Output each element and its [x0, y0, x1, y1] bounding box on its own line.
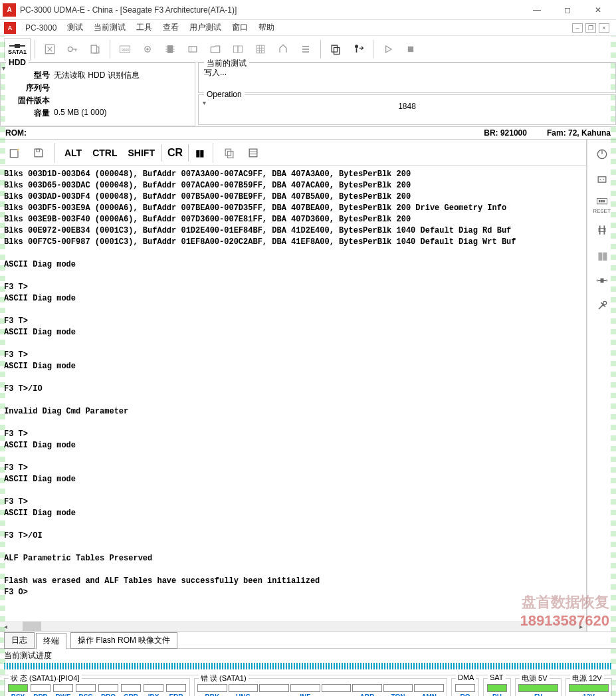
shift-key-button[interactable]: SHIFT [124, 145, 159, 161]
tool-btn-11-icon[interactable] [272, 39, 294, 60]
rtool-tools-icon[interactable] [593, 296, 611, 315]
tool-btn-counter-icon[interactable]: 9600 [114, 39, 136, 60]
rtool-pause-icon[interactable]: ▮▮ [593, 246, 611, 265]
svg-point-3 [68, 47, 72, 51]
rtool-socket-icon[interactable] [593, 271, 611, 290]
close-button[interactable]: ✕ [583, 0, 613, 20]
pause-button[interactable]: ▮▮ [191, 145, 207, 161]
ctrl-key-button[interactable]: CTRL [88, 145, 121, 161]
rtool-power-icon[interactable] [593, 145, 611, 164]
svg-rect-34 [408, 46, 413, 51]
menu-test[interactable]: 测试 [62, 20, 88, 35]
cr-button[interactable]: CR [161, 144, 189, 162]
svg-point-46 [599, 179, 601, 180]
scroll-right-icon[interactable]: ▸ [575, 623, 586, 630]
menu-current-test[interactable]: 当前测试 [88, 20, 131, 35]
mdi-minimize-button[interactable]: – [572, 23, 583, 33]
led-label: 5V [534, 693, 542, 696]
svg-rect-37 [37, 149, 40, 152]
dropdown-icon[interactable]: ▾ [203, 99, 206, 106]
tool-btn-7-icon[interactable] [182, 39, 203, 60]
maximize-button[interactable]: ◻ [552, 0, 583, 20]
tab-terminal[interactable]: 终端 [36, 633, 66, 649]
menu-user-test[interactable]: 用户测试 [184, 20, 227, 35]
term-tool-copy-icon[interactable] [219, 144, 240, 162]
rom-label: ROM: [5, 128, 27, 138]
dma-group-label: DMA [456, 673, 476, 681]
alt-key-button[interactable]: ALT [60, 145, 86, 161]
menu-app[interactable]: PC-3000 [20, 21, 62, 35]
menu-window[interactable]: 窗口 [227, 20, 253, 35]
tool-btn-1-icon[interactable] [39, 39, 60, 60]
toolbar-separator [54, 143, 55, 163]
status-group-12v: 电源 12V 12V [565, 678, 612, 696]
terminal-output[interactable]: Blks 003D1D-003D64 (000048), BufAddr 007… [0, 166, 586, 621]
menu-tools[interactable]: 工具 [131, 20, 157, 35]
term-tool-new-icon[interactable]: ✦ [4, 144, 25, 162]
rtool-reset-label: RESET [593, 208, 611, 214]
svg-rect-1 [15, 44, 20, 48]
term-tool-save-icon[interactable] [28, 144, 49, 162]
tab-log[interactable]: 日志 [4, 632, 35, 649]
led-label: RQ [461, 693, 470, 696]
tool-btn-stop-icon[interactable] [400, 39, 421, 60]
led-indicator [31, 684, 51, 692]
tool-btn-grid-icon[interactable] [250, 39, 271, 60]
rtool-jumper-icon[interactable] [593, 221, 611, 239]
tool-btn-key-icon[interactable] [62, 39, 83, 60]
svg-rect-38 [225, 149, 231, 156]
tool-btn-list-icon[interactable] [295, 39, 316, 60]
rtool-reset-button[interactable]: RESET [593, 195, 611, 214]
status-led: DRD [30, 684, 51, 696]
svg-point-10 [146, 48, 148, 50]
tool-btn-play-icon[interactable] [377, 39, 399, 60]
scroll-left-icon[interactable]: ◂ [0, 623, 11, 630]
tool-btn-3-icon[interactable] [84, 39, 106, 60]
svg-rect-22 [257, 45, 264, 53]
tab-flash-rom[interactable]: 操作 Flash ROM 映像文件 [70, 632, 177, 649]
horizontal-scrollbar[interactable]: ◂ ▸ [0, 621, 586, 632]
menu-help[interactable]: 帮助 [253, 20, 280, 35]
mdi-close-button[interactable]: × [599, 23, 609, 33]
collapse-icon[interactable]: ▾ [2, 64, 5, 72]
fam-value: Fam: 72, Kahuna [547, 128, 611, 138]
tool-btn-exit-icon[interactable] [348, 39, 369, 60]
status-led: BBK [197, 684, 227, 696]
status-led [322, 684, 352, 696]
led-label: DRD [33, 693, 48, 696]
sata-port-button[interactable]: SATA1 [4, 38, 31, 60]
led-label: PH [492, 693, 502, 696]
led-label: TON [391, 693, 405, 696]
tool-btn-chip-icon[interactable] [159, 39, 181, 60]
tool-btn-folder-icon[interactable] [205, 39, 226, 60]
status-strip: 状 态 (SATA1)-[PIO4] BSYDRDDWFDSCDRQCRRIDX… [0, 675, 616, 696]
status-led: BSY [7, 684, 29, 696]
led-indicator [518, 684, 558, 692]
tool-btn-9-icon[interactable] [227, 39, 249, 60]
led-indicator [259, 684, 289, 692]
hdd-panel-label: HDD [6, 58, 29, 67]
led-label: IDX [148, 693, 159, 696]
led-indicator [455, 684, 475, 692]
led-indicator [144, 684, 163, 692]
led-indicator [8, 684, 28, 692]
toolbar-separator [35, 40, 35, 58]
minimize-button[interactable]: — [522, 0, 552, 20]
tool-btn-copy-icon[interactable] [325, 39, 346, 60]
svg-rect-30 [332, 45, 337, 52]
operation-label: Operation [204, 90, 245, 99]
mdi-restore-button[interactable]: ❐ [585, 23, 596, 33]
status-led: TON [383, 684, 413, 696]
status-group-err: 错 误 (SATA1) BBKUNCINFABRTONAMN [194, 678, 447, 696]
progress-label: 当前测试进度 [4, 650, 612, 661]
menubar: A PC-3000 测试 当前测试 工具 查看 用户测试 窗口 帮助 – ❐ × [0, 20, 616, 36]
toolbar-separator [110, 40, 110, 58]
led-indicator [290, 684, 320, 692]
rtool-board-icon[interactable] [593, 170, 611, 189]
rom-status-line: ROM: BR: 921000 Fam: 72, Kahuna [0, 127, 616, 140]
term-tool-disk-icon[interactable] [243, 144, 264, 162]
scroll-thumb[interactable] [23, 622, 41, 631]
svg-rect-6 [91, 45, 96, 53]
menu-view[interactable]: 查看 [157, 20, 184, 35]
tool-btn-gear-icon[interactable] [137, 39, 158, 60]
